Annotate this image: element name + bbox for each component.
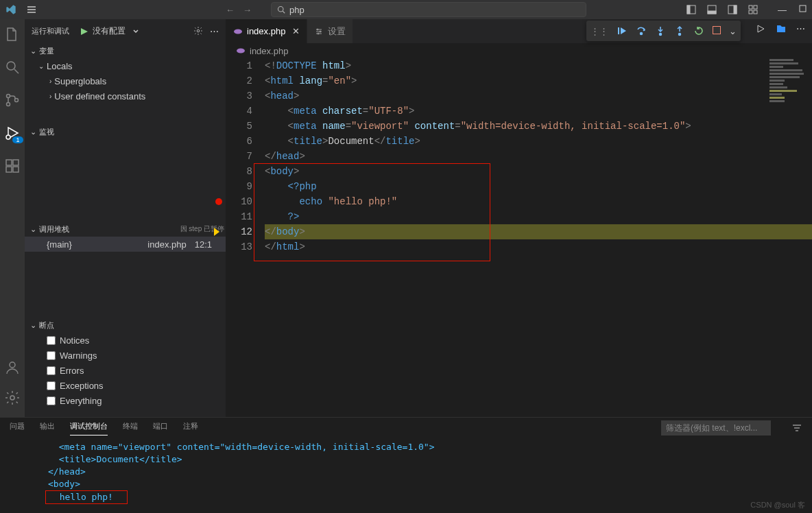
svg-rect-2 (687, 5, 690, 14)
nav-forward-icon[interactable]: → (243, 5, 252, 15)
filter-input[interactable]: 筛选器(例如 text、!excl... (661, 420, 771, 436)
debug-config-name[interactable]: 没有配置 (93, 25, 126, 37)
frame-name: {main} (47, 239, 72, 250)
window-maximize-icon[interactable] (799, 5, 807, 15)
bottom-panel: 问题 输出 调试控制台 终端 端口 注释 筛选器(例如 text、!excl..… (0, 417, 812, 513)
search-text: php (289, 5, 304, 15)
extensions-icon[interactable] (4, 158, 21, 174)
tab-label: 设置 (328, 25, 346, 38)
superglobals-group[interactable]: › Superglobals (25, 73, 226, 88)
section-breakpoints[interactable]: ⌄ 断点 (25, 318, 226, 333)
checkbox[interactable] (47, 381, 56, 390)
tab-index-php[interactable]: index.php ✕ (226, 19, 307, 43)
checkbox[interactable] (47, 336, 56, 345)
tab-comments[interactable]: 注释 (183, 421, 198, 435)
run-debug-icon[interactable] (4, 125, 21, 141)
chevron-down-icon[interactable] (132, 28, 139, 35)
close-icon[interactable]: ✕ (292, 26, 300, 36)
step-out-icon[interactable] (674, 25, 685, 36)
tab-debug-console[interactable]: 调试控制台 (70, 421, 108, 436)
settings-icon (314, 27, 324, 36)
debug-console-output[interactable]: <meta name="viewport" content="width=dev… (0, 438, 812, 513)
section-watch[interactable]: ⌄ 监视 (25, 124, 226, 139)
tab-terminal[interactable]: 终端 (123, 421, 138, 435)
watermark: CSDN @soul 客 (750, 500, 805, 510)
svg-rect-4 (708, 11, 716, 14)
menu-icon[interactable] (26, 4, 37, 15)
bp-errors[interactable]: Errors (25, 363, 226, 378)
section-callstack[interactable]: ⌄ 调用堆栈 因 step 已暂停 (25, 222, 226, 237)
bp-warnings[interactable]: Warnings (25, 348, 226, 363)
checkbox[interactable] (47, 351, 56, 360)
svg-point-16 (6, 135, 10, 139)
breadcrumb-label: index.php (250, 46, 288, 56)
bp-notices[interactable]: Notices (25, 333, 226, 348)
svg-point-22 (10, 396, 14, 400)
svg-rect-18 (13, 160, 19, 165)
svg-rect-20 (13, 167, 19, 172)
nav-back-icon[interactable]: ← (226, 5, 235, 15)
svg-rect-17 (6, 160, 12, 165)
grip-icon[interactable]: ⋮⋮ (590, 26, 608, 36)
svg-point-13 (7, 95, 10, 98)
frame-pos: 12:1 (195, 239, 212, 250)
run-icon[interactable] (755, 23, 766, 34)
layout-secondary-icon[interactable] (727, 4, 738, 15)
chevron-right-icon: › (49, 93, 51, 100)
chevron-down-icon: ⌄ (30, 128, 36, 136)
search-activity-icon[interactable] (4, 59, 21, 75)
restart-icon[interactable] (693, 25, 704, 36)
filter-icon[interactable] (791, 422, 802, 433)
svg-point-0 (278, 7, 284, 12)
breadcrumb[interactable]: index.php (226, 43, 812, 58)
chevron-right-icon: › (49, 77, 51, 85)
explorer-icon[interactable] (4, 26, 21, 43)
activity-bar (0, 19, 25, 417)
gear-icon[interactable] (193, 26, 203, 36)
svg-rect-19 (6, 167, 12, 172)
command-center[interactable]: php (271, 2, 586, 17)
svg-rect-28 (618, 27, 619, 34)
bp-exceptions[interactable]: Exceptions (25, 378, 226, 393)
chevron-down-icon: ⌄ (30, 321, 36, 330)
checkbox[interactable] (47, 396, 56, 405)
layout-customize-icon[interactable] (748, 4, 759, 15)
svg-point-23 (197, 29, 200, 32)
svg-point-25 (317, 29, 318, 30)
more-chevron-icon[interactable]: ⌄ (729, 26, 737, 36)
window-minimize-icon[interactable]: — (778, 5, 787, 15)
code-content[interactable]: <!DOCTYPE html> <html lang="en"> <head> … (265, 58, 812, 417)
layout-primary-icon[interactable] (686, 4, 697, 15)
svg-point-21 (10, 362, 15, 368)
step-into-icon[interactable] (655, 25, 666, 36)
svg-point-32 (237, 49, 245, 53)
checkbox[interactable] (47, 366, 56, 375)
source-control-icon[interactable] (4, 92, 21, 108)
locals-group[interactable]: ⌄ Locals (25, 58, 226, 73)
account-icon[interactable] (4, 359, 21, 376)
more-icon[interactable]: ⋯ (796, 23, 805, 34)
step-over-icon[interactable] (636, 25, 647, 36)
stop-icon[interactable] (713, 26, 721, 36)
tab-output[interactable]: 输出 (40, 421, 55, 435)
tab-ports[interactable]: 端口 (153, 421, 168, 435)
tab-settings[interactable]: 设置 (307, 19, 353, 43)
user-constants-group[interactable]: › User defined constants (25, 88, 226, 104)
frame-file: index.php (147, 239, 186, 250)
layout-panel-icon[interactable] (706, 4, 717, 15)
more-icon[interactable]: ⋯ (210, 26, 219, 36)
continue-icon[interactable] (617, 25, 628, 36)
editor-area: index.php ✕ 设置 ⋮⋮ ⌄ ⋯ (226, 19, 812, 417)
bp-everything[interactable]: Everything (25, 393, 226, 408)
start-debug-icon[interactable] (79, 27, 88, 36)
minimap[interactable] (769, 59, 804, 121)
tab-problems[interactable]: 问题 (10, 421, 25, 435)
line-gutter: 1 2 3 4 5 6 7 8 9 10 11 12 13 (226, 58, 265, 417)
svg-rect-7 (749, 5, 752, 9)
callstack-item[interactable]: {main} index.php 12:1 (25, 237, 226, 252)
section-variables[interactable]: ⌄ 变量 (25, 43, 226, 58)
code-editor[interactable]: 1 2 3 4 5 6 7 8 9 10 11 12 13 <!DOCTYPE … (226, 58, 812, 417)
chevron-down-icon: ⌄ (38, 62, 44, 70)
settings-gear-icon[interactable] (4, 390, 21, 406)
open-changes-icon[interactable] (776, 23, 787, 34)
